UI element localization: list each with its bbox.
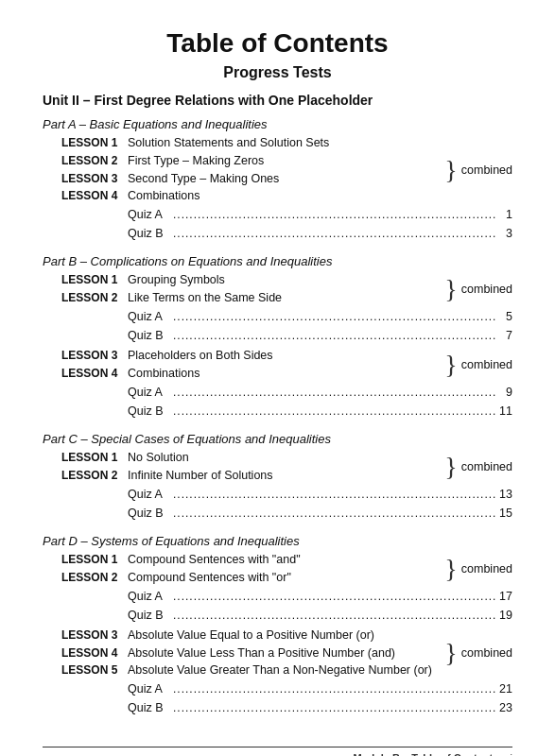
lesson-label: LESSON 1 (61, 134, 128, 151)
lesson-label: LESSON 3 (61, 170, 128, 187)
combined-label-b2: combined (461, 358, 512, 371)
footer: Module B – Table of Contents i (43, 752, 512, 757)
brace-a1: } (444, 157, 457, 183)
brace-d1: } (444, 556, 457, 582)
section-title: Progress Tests (43, 64, 512, 81)
brace-b1: } (444, 276, 457, 302)
unit-title: Unit II – First Degree Relations with On… (43, 93, 512, 108)
lesson-label: LESSON 4 (61, 187, 128, 204)
combined-label-b1: combined (461, 283, 512, 296)
part-b-block: Part B – Complications on Equations and … (43, 254, 512, 421)
part-b-group1-lessons: LESSON 1Grouping Symbols LESSON 2Like Te… (61, 271, 439, 307)
part-d-group1-lessons: LESSON 1Compound Sentences with "and" LE… (61, 551, 439, 587)
combined-label-d1: combined (461, 562, 512, 576)
part-a-block: Part A – Basic Equations and Inequalitie… (43, 117, 512, 243)
page-title: Table of Contents (43, 28, 512, 59)
part-c-title: Part C – Special Cases of Equations and … (43, 432, 512, 446)
part-c-group1-lessons: LESSON 1No Solution LESSON 2Infinite Num… (61, 449, 439, 485)
brace-d2: } (444, 640, 457, 666)
combined-label-d2: combined (461, 646, 512, 660)
footer-text: Module B – Table of Contents i (354, 752, 512, 757)
quiz-row-a2: Quiz B 3 (128, 224, 512, 243)
part-a-group1-lessons: LESSON 1Solution Statements and Solution… (61, 134, 439, 205)
part-a-title: Part A – Basic Equations and Inequalitie… (43, 117, 512, 131)
part-b-group2-lessons: LESSON 3Placeholders on Both Sides LESSO… (61, 347, 439, 383)
part-d-group2-lessons: LESSON 3Absolute Value Equal to a Positi… (61, 627, 439, 679)
part-c-block: Part C – Special Cases of Equations and … (43, 432, 512, 523)
part-b-title: Part B – Complications on Equations and … (43, 254, 512, 268)
unit-block: Unit II – First Degree Relations with On… (43, 93, 512, 718)
lesson-label: LESSON 2 (61, 152, 128, 169)
combined-label-c1: combined (461, 460, 512, 473)
part-d-title: Part D – Systems of Equations and Inequa… (43, 534, 512, 548)
footer-divider (43, 747, 512, 747)
brace-b2: } (444, 352, 457, 378)
quiz-row-a1: Quiz A 1 (128, 205, 512, 224)
brace-c1: } (444, 454, 457, 480)
combined-label-a1: combined (461, 163, 512, 177)
part-d-block: Part D – Systems of Equations and Inequa… (43, 534, 512, 718)
